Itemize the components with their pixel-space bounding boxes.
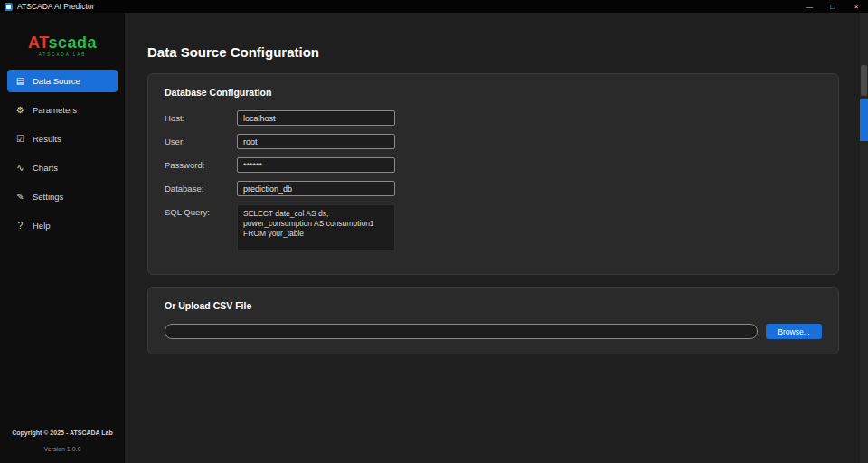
form-field-row: Host:	[165, 110, 822, 126]
scrollbar-thumb[interactable]	[861, 65, 867, 96]
field-label: SQL Query:	[165, 204, 237, 251]
sidebar-item-data-source[interactable]: ▤ Data Source	[7, 70, 118, 92]
user-input[interactable]	[237, 134, 395, 149]
sidebar-footer: Copyright © 2025 - ATSCADA Lab Version 1…	[0, 430, 125, 463]
chart-icon: ∿	[15, 163, 25, 173]
csv-card-title: Or Upload CSV File	[165, 300, 822, 311]
titlebar: ATSCADA AI Predictor — □ ×	[0, 0, 868, 13]
window-title: ATSCADA AI Predictor	[17, 2, 94, 11]
window-controls: — □ ×	[797, 0, 868, 13]
sidebar-item-label: Parameters	[33, 105, 77, 115]
main-content: Data Source Configuration Database Confi…	[125, 13, 868, 463]
sidebar-nav: ▤ Data Source ⚙ Parameters ☑ Results ∿ C…	[0, 70, 125, 237]
sidebar-item-label: Settings	[33, 192, 63, 202]
scrollbar-marker[interactable]	[860, 99, 868, 141]
form-field-row: Database:	[165, 181, 822, 196]
close-button[interactable]: ×	[844, 0, 868, 13]
atscada-logo: ATscada ATSCADA LAB	[28, 34, 97, 57]
sql-query-textarea[interactable]	[237, 204, 395, 251]
vertical-scrollbar[interactable]	[860, 13, 868, 463]
app-body: ATscada ATSCADA LAB ▤ Data Source ⚙ Para…	[0, 13, 868, 463]
results-icon: ☑	[15, 134, 25, 144]
sidebar-item-label: Charts	[33, 163, 58, 173]
browse-button[interactable]: Browse...	[766, 324, 822, 339]
copyright-text: Copyright © 2025 - ATSCADA Lab	[0, 430, 125, 436]
sidebar-item-label: Data Source	[33, 76, 80, 86]
form-field-row: Password:	[165, 157, 822, 173]
sidebar-item-label: Results	[33, 134, 61, 144]
sidebar-item-results[interactable]: ☑ Results	[7, 128, 118, 150]
field-label: Database:	[165, 181, 237, 196]
database-icon: ▤	[15, 76, 25, 86]
database-configuration-card: Database Configuration Host: User: Passw…	[147, 73, 839, 275]
sidebar-item-charts[interactable]: ∿ Charts	[7, 156, 118, 179]
field-label: Password:	[165, 157, 237, 173]
page-title: Data Source Configuration	[147, 44, 839, 60]
form-field-row: User:	[165, 134, 822, 149]
form-field-row: SQL Query:	[165, 204, 822, 251]
app-icon	[5, 3, 13, 11]
logo-text-scada: scada	[48, 33, 97, 52]
csv-upload-row: Browse...	[165, 324, 822, 339]
version-text: Version 1.0.0	[0, 446, 125, 452]
host-input[interactable]	[237, 110, 395, 126]
sidebar-item-settings[interactable]: ✎ Settings	[7, 185, 118, 208]
field-label: User:	[165, 134, 237, 149]
logo-tagline: ATSCADA LAB	[28, 52, 97, 57]
wrench-icon: ✎	[15, 192, 25, 202]
sidebar-item-label: Help	[33, 221, 51, 231]
maximize-button[interactable]: □	[821, 0, 844, 13]
field-label: Host:	[165, 110, 237, 126]
database-card-title: Database Configuration	[165, 87, 822, 98]
sidebar-item-parameters[interactable]: ⚙ Parameters	[7, 99, 118, 121]
database-form: Host: User: Password: Database: SQL Quer…	[165, 110, 822, 251]
sidebar: ATscada ATSCADA LAB ▤ Data Source ⚙ Para…	[0, 13, 125, 463]
password-input[interactable]	[237, 157, 395, 173]
sidebar-item-help[interactable]: ? Help	[7, 214, 118, 237]
logo-text-at: AT	[28, 33, 48, 52]
help-icon: ?	[15, 221, 25, 231]
csv-upload-card: Or Upload CSV File Browse...	[147, 287, 839, 354]
csv-file-input[interactable]	[165, 324, 758, 339]
database-input[interactable]	[237, 181, 395, 196]
gear-icon: ⚙	[15, 105, 25, 115]
minimize-button[interactable]: —	[797, 0, 821, 13]
